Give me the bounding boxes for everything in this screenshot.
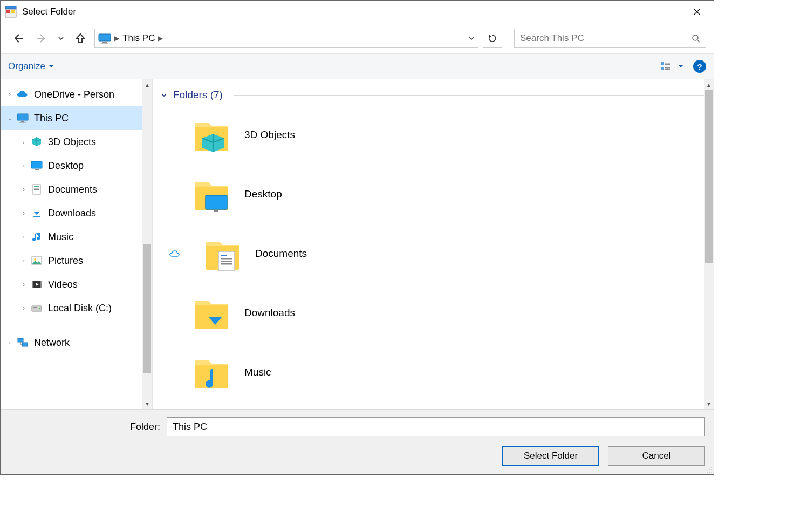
tree-item[interactable]: › OneDrive - Person — [1, 83, 152, 106]
close-button[interactable] — [685, 3, 709, 21]
tree-item[interactable]: › Videos — [1, 272, 152, 296]
expand-icon[interactable]: › — [18, 257, 30, 264]
svg-rect-22 — [34, 189, 39, 190]
documents-icon — [30, 182, 44, 196]
tree-scrollbar[interactable]: ▲ ▼ — [142, 79, 152, 409]
thispc-icon — [16, 111, 30, 125]
tree-item[interactable]: › 3D Objects — [1, 130, 152, 154]
svg-rect-8 — [661, 62, 664, 65]
folder-item[interactable]: Downloads — [190, 283, 714, 343]
expand-icon[interactable]: › — [4, 91, 16, 98]
expand-icon[interactable]: › — [4, 339, 16, 346]
folder-item[interactable]: Documents — [190, 224, 714, 283]
scroll-up-icon[interactable]: ▲ — [142, 79, 152, 90]
resize-grip[interactable] — [705, 466, 713, 473]
view-options-button[interactable] — [661, 62, 683, 71]
folder-name-input[interactable] — [167, 417, 705, 436]
tree-item[interactable]: › Local Disk (C:) — [1, 296, 152, 320]
svg-point-46 — [711, 472, 712, 473]
address-bar[interactable]: ▶ This PC ▶ — [94, 29, 478, 48]
svg-rect-21 — [34, 188, 39, 189]
expand-icon[interactable]: › — [18, 233, 30, 241]
breadcrumb-segment[interactable]: This PC — [122, 33, 155, 44]
network-icon — [16, 336, 30, 350]
folder-item[interactable]: Desktop — [190, 165, 714, 224]
desktop-folder-icon — [190, 173, 234, 216]
tree-item-label: Music — [48, 231, 73, 243]
svg-point-42 — [709, 469, 710, 470]
svg-rect-31 — [33, 307, 37, 308]
tree-item[interactable]: › Pictures — [1, 249, 152, 272]
expand-icon[interactable]: › — [18, 162, 30, 169]
3d-icon — [30, 135, 44, 149]
search-box[interactable] — [514, 29, 706, 48]
cancel-button[interactable]: Cancel — [608, 446, 705, 466]
expand-icon[interactable]: › — [18, 186, 30, 193]
titlebar: Select Folder — [1, 1, 714, 23]
chevron-right-icon[interactable]: ▶ — [114, 35, 119, 42]
help-button[interactable]: ? — [693, 60, 706, 73]
search-input[interactable] — [520, 33, 692, 44]
svg-point-25 — [34, 258, 36, 261]
select-folder-button[interactable]: Select Folder — [502, 446, 599, 466]
svg-rect-37 — [221, 255, 227, 256]
organize-button[interactable]: Organize — [8, 61, 54, 72]
tree-item-label: Network — [34, 337, 70, 349]
folder-view[interactable]: Folders (7) 3D Objects Desktop Documents… — [153, 79, 714, 409]
folder-item[interactable]: Music — [190, 343, 714, 402]
svg-rect-28 — [40, 281, 42, 288]
svg-point-7 — [693, 35, 698, 40]
back-button[interactable] — [8, 29, 28, 48]
svg-rect-32 — [18, 338, 23, 342]
tree-item-label: Documents — [48, 184, 97, 195]
chevron-down-icon[interactable] — [468, 35, 475, 42]
tree-item[interactable]: ⌄ This PC — [1, 106, 152, 130]
tree-item-label: OneDrive - Person — [34, 89, 114, 100]
expand-icon[interactable]: › — [18, 304, 30, 312]
svg-rect-0 — [5, 6, 16, 9]
svg-point-43 — [711, 469, 712, 470]
recent-locations-button[interactable] — [56, 29, 66, 48]
folder-label: Documents — [255, 248, 307, 260]
refresh-button[interactable] — [483, 29, 502, 48]
folder-field-label: Folder: — [9, 421, 160, 433]
tree-item-label: 3D Objects — [48, 137, 96, 148]
forward-button[interactable] — [32, 29, 51, 48]
pictures-icon — [30, 254, 44, 268]
body: › OneDrive - Person⌄ This PC› 3D Objects… — [1, 79, 714, 409]
svg-rect-33 — [22, 343, 28, 346]
scroll-up-icon[interactable]: ▲ — [704, 79, 714, 90]
tree-item[interactable]: › Downloads — [1, 201, 152, 225]
tree-item[interactable]: › Desktop — [1, 154, 152, 178]
expand-icon[interactable]: › — [18, 209, 30, 217]
scroll-thumb[interactable] — [705, 90, 713, 263]
chevron-right-icon[interactable]: ▶ — [158, 35, 163, 42]
svg-rect-39 — [221, 261, 232, 262]
folder-label: Music — [244, 366, 271, 378]
section-header[interactable]: Folders (7) — [153, 79, 714, 105]
svg-rect-18 — [35, 169, 39, 170]
folder-item[interactable]: 3D Objects — [190, 105, 714, 165]
tree-item[interactable]: › Network — [1, 331, 152, 354]
scroll-down-icon[interactable]: ▼ — [704, 398, 714, 409]
svg-rect-23 — [33, 216, 40, 217]
downloads-icon — [30, 206, 44, 220]
svg-rect-10 — [665, 64, 670, 65]
folder-label: Downloads — [244, 307, 295, 319]
tree-item[interactable]: › Documents — [1, 178, 152, 201]
svg-rect-16 — [19, 122, 26, 123]
tree-item[interactable]: › Music — [1, 225, 152, 249]
expand-icon[interactable]: ⌄ — [4, 114, 16, 122]
svg-rect-40 — [221, 263, 232, 265]
expand-icon[interactable]: › — [18, 138, 30, 146]
up-button[interactable] — [71, 29, 90, 48]
music-icon — [30, 230, 44, 244]
scroll-thumb[interactable] — [143, 244, 151, 373]
search-icon — [692, 34, 700, 43]
tree-item-label: Local Disk (C:) — [48, 303, 112, 314]
main-scrollbar[interactable]: ▲ ▼ — [704, 79, 714, 409]
3d-folder-icon — [190, 113, 234, 156]
section-label: Folders (7) — [173, 89, 223, 101]
scroll-down-icon[interactable]: ▼ — [142, 398, 152, 409]
expand-icon[interactable]: › — [18, 281, 30, 288]
